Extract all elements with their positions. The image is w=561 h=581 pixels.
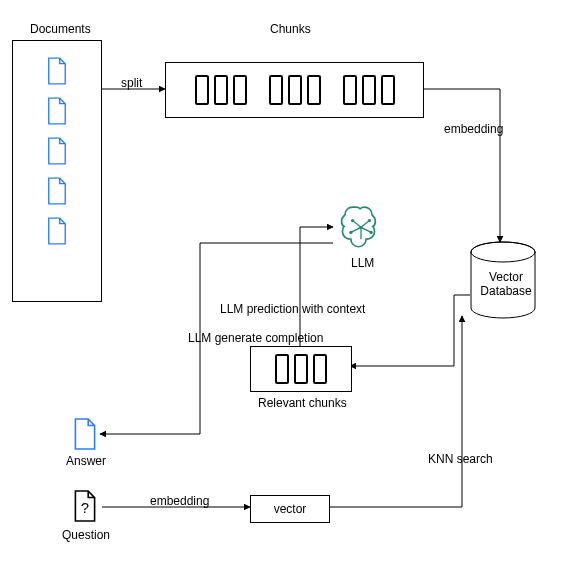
question-label: Question — [62, 528, 110, 542]
relevant-chunks-label: Relevant chunks — [258, 396, 347, 410]
chunk-group — [343, 75, 395, 105]
document-icon — [46, 177, 68, 205]
chunk-group — [275, 354, 327, 384]
knn-label: KNN search — [428, 452, 493, 466]
chunks-label: Chunks — [270, 22, 311, 36]
question-document-icon: ? — [72, 490, 98, 522]
llm-gen-label: LLM generate completion — [188, 331, 323, 345]
documents-label: Documents — [30, 22, 91, 36]
chunk-group — [195, 75, 247, 105]
embedding-bottom-label: embedding — [150, 494, 209, 508]
document-icon — [46, 137, 68, 165]
rag-diagram-canvas: Documents split Chunks embedding Vector … — [0, 0, 561, 581]
documents-box — [12, 40, 102, 302]
relevant-chunks-box — [250, 346, 352, 392]
answer-label: Answer — [66, 454, 106, 468]
llm-label: LLM — [351, 256, 374, 270]
embedding-top-label: embedding — [444, 122, 503, 136]
split-label: split — [121, 76, 142, 90]
answer-document-icon — [72, 418, 98, 450]
vector-box: vector — [250, 495, 330, 523]
vector-db-label: Vector Database — [480, 270, 532, 299]
ai-brain-icon — [334, 202, 388, 256]
chunks-inner — [166, 63, 423, 117]
documents-list — [13, 41, 101, 261]
edge-knn — [328, 316, 462, 507]
document-icon — [46, 57, 68, 85]
llm-pred-label: LLM prediction with context — [220, 302, 365, 316]
edge-pred-context — [300, 227, 333, 346]
chunk-group — [269, 75, 321, 105]
edge-db-to-chunks — [350, 295, 470, 366]
svg-text:?: ? — [81, 499, 89, 516]
vector-label: vector — [274, 502, 307, 516]
document-icon — [46, 97, 68, 125]
edge-embedding-top — [422, 89, 500, 242]
document-icon — [46, 217, 68, 245]
chunks-box — [165, 62, 424, 118]
